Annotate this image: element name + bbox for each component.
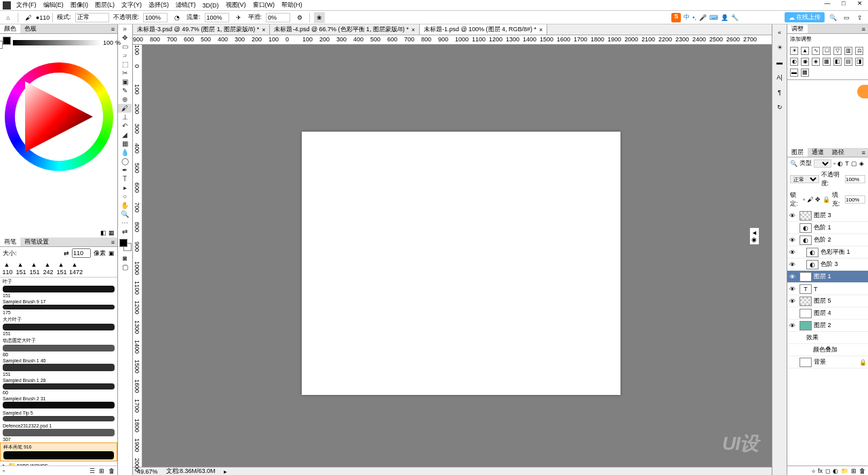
brush-item[interactable]: Defence2312322.psd 1307 bbox=[0, 423, 117, 443]
curves-adj-icon[interactable]: ∿ bbox=[812, 47, 820, 55]
history-icon[interactable]: ↻ bbox=[774, 102, 785, 113]
share-online-button[interactable]: ☁ 在线上传 bbox=[785, 12, 825, 22]
visibility-icon[interactable]: 👁 bbox=[789, 249, 795, 256]
menu-layer[interactable]: 图层(L) bbox=[95, 1, 115, 10]
layer-row[interactable]: 颜色叠加 bbox=[787, 344, 868, 356]
layer-row[interactable]: 👁◐色阶 3 bbox=[787, 259, 868, 271]
brush-preset[interactable]: ▲1472 bbox=[69, 261, 81, 276]
gradient-map-icon[interactable]: ▬ bbox=[790, 69, 798, 77]
close-tab-icon[interactable]: × bbox=[412, 26, 415, 33]
live-preview-icon[interactable]: ▣ bbox=[108, 250, 115, 256]
hue-adj-icon[interactable]: ▥ bbox=[844, 47, 852, 55]
photo-filter-icon[interactable]: ◉ bbox=[801, 58, 809, 66]
visibility-icon[interactable]: 👁 bbox=[789, 298, 795, 305]
opacity-input[interactable] bbox=[143, 13, 167, 22]
document-tab[interactable]: 未标题-3.psd @ 49.7% (图层 1, 图层蒙版/8) *× bbox=[133, 24, 270, 35]
quickmask-icon[interactable]: ◙ bbox=[118, 254, 132, 263]
visibility-icon[interactable]: 👁 bbox=[789, 212, 795, 219]
zoom-tool[interactable]: 🔍 bbox=[118, 210, 132, 218]
pressure-opacity-icon[interactable]: ◔ bbox=[172, 12, 182, 23]
gradient-tool[interactable]: ▦ bbox=[118, 139, 132, 148]
crop-tool[interactable]: ✂ bbox=[118, 69, 132, 77]
layer-row[interactable]: 图层 4 bbox=[787, 307, 868, 320]
visibility-icon[interactable]: 👁 bbox=[789, 322, 795, 329]
path-select-tool[interactable]: ▸ bbox=[118, 183, 132, 192]
delete-layer-icon[interactable]: 🗑 bbox=[859, 468, 865, 474]
ime-keyboard-icon[interactable]: ⌨ bbox=[709, 14, 718, 21]
brush-size-input[interactable] bbox=[72, 248, 91, 258]
hand-tool[interactable]: ✋ bbox=[118, 201, 132, 210]
filter-smart-icon[interactable]: ◈ bbox=[859, 160, 864, 167]
menu-filter[interactable]: 滤镜(T) bbox=[176, 1, 196, 10]
layer-row[interactable]: 👁TT bbox=[787, 283, 868, 295]
canvas-viewport[interactable]: UI设 bbox=[142, 45, 772, 467]
layer-row[interactable]: 👁图层 1 bbox=[787, 271, 868, 283]
new-brush-icon[interactable]: ▫ bbox=[3, 468, 5, 474]
lock-all-icon[interactable]: 🔒 bbox=[823, 196, 830, 203]
mode-select[interactable] bbox=[75, 13, 109, 22]
save-brush-icon[interactable]: ⊞ bbox=[99, 468, 104, 474]
layer-row[interactable]: 👁◐色阶 2 bbox=[787, 234, 868, 246]
menu-3d[interactable]: 3D(D) bbox=[203, 2, 219, 9]
document-tab[interactable]: 未标题-4.psd @ 66.7% (色彩平衡 1, 图层蒙版/8) *× bbox=[270, 24, 419, 35]
menu-window[interactable]: 窗口(W) bbox=[253, 1, 275, 10]
color-wheel[interactable] bbox=[5, 62, 113, 171]
visibility-icon[interactable]: 👁 bbox=[789, 237, 795, 244]
delete-brush-icon[interactable]: 🗑 bbox=[108, 468, 115, 474]
export-icon[interactable]: ⇪ bbox=[854, 12, 865, 23]
symmetry-icon[interactable]: ❀ bbox=[314, 12, 325, 23]
brush-options-icon[interactable]: ☰ bbox=[90, 468, 95, 474]
quick-select-tool[interactable]: ⬚ bbox=[118, 60, 132, 69]
panel-menu-icon[interactable]: ≡ bbox=[859, 26, 868, 33]
close-tab-icon[interactable]: × bbox=[539, 26, 542, 33]
dodge-tool[interactable]: ◯ bbox=[118, 157, 132, 166]
new-layer-icon[interactable]: ⊞ bbox=[851, 468, 856, 474]
doc-size[interactable]: 文档:8.36M/63.0M bbox=[166, 467, 216, 475]
visibility-icon[interactable]: 👁 bbox=[789, 273, 795, 280]
ime-mic-icon[interactable]: 🎤 bbox=[699, 14, 707, 21]
color-lookup-icon[interactable]: ▦ bbox=[823, 58, 831, 66]
bw-adj-icon[interactable]: ◐ bbox=[790, 58, 798, 66]
workspace-icon[interactable]: ▭ bbox=[841, 12, 852, 23]
brush-preset[interactable]: ▲151 bbox=[28, 261, 41, 276]
panel-menu-icon[interactable]: ≡ bbox=[859, 149, 868, 156]
balance-adj-icon[interactable]: ⚖ bbox=[855, 47, 863, 55]
brush-item[interactable]: Sampled Tip 5 bbox=[0, 410, 117, 423]
ime-user-icon[interactable]: 👤 bbox=[721, 14, 728, 21]
eraser-tool[interactable]: ◢ bbox=[118, 130, 132, 139]
new-adj-layer-icon[interactable]: ◐ bbox=[833, 468, 838, 474]
eyedropper-tool[interactable]: ✎ bbox=[118, 86, 132, 95]
panel-menu-icon[interactable]: ≡ bbox=[108, 239, 117, 246]
posterize-adj-icon[interactable]: ▤ bbox=[844, 58, 852, 66]
menu-view[interactable]: 视图(V) bbox=[226, 1, 246, 10]
histogram-icon[interactable]: ☀ bbox=[774, 42, 785, 53]
brush-item[interactable]: 大片叶子151 bbox=[0, 316, 117, 337]
layer-mask-icon[interactable]: ◻ bbox=[825, 468, 830, 474]
lasso-tool[interactable]: ⟉ bbox=[118, 51, 132, 60]
filter-pixel-icon[interactable]: ▫ bbox=[833, 160, 835, 167]
layers-tab[interactable]: 图层 bbox=[787, 148, 808, 157]
fg-bg-swap-icon[interactable]: ⇄ bbox=[118, 227, 132, 236]
threshold-adj-icon[interactable]: ◨ bbox=[855, 58, 863, 66]
layer-row[interactable]: 背景🔒 bbox=[787, 356, 868, 368]
history-brush-tool[interactable]: ↶ bbox=[118, 121, 132, 130]
blur-tool[interactable]: 💧 bbox=[118, 148, 132, 157]
paths-tab[interactable]: 路径 bbox=[828, 148, 848, 157]
menu-file[interactable]: 文件(F) bbox=[16, 1, 37, 10]
search-icon[interactable]: 🔍 bbox=[827, 12, 838, 23]
channels-tab[interactable]: 通道 bbox=[808, 148, 828, 157]
horizontal-ruler[interactable]: 9008007006005004003002001000100200300400… bbox=[133, 35, 772, 45]
collapse-icon[interactable]: « bbox=[774, 27, 785, 38]
brush-item[interactable]: 叶子151 bbox=[0, 278, 117, 299]
character-icon[interactable]: A| bbox=[774, 72, 785, 83]
brightness-adj-icon[interactable]: ☀ bbox=[790, 47, 798, 55]
sogou-ime-icon[interactable]: S bbox=[671, 13, 681, 22]
close-tab-icon[interactable]: × bbox=[262, 26, 265, 33]
healing-tool[interactable]: ⊕ bbox=[118, 95, 132, 104]
layer-row[interactable]: 👁图层 5 bbox=[787, 295, 868, 307]
paragraph-icon[interactable]: ¶ bbox=[774, 87, 785, 98]
visibility-icon[interactable]: 👁 bbox=[789, 286, 795, 292]
filter-type-icon[interactable]: T bbox=[845, 160, 849, 167]
swatches-tab[interactable]: 色板 bbox=[20, 24, 41, 33]
pen-tool[interactable]: ✒ bbox=[118, 166, 132, 174]
